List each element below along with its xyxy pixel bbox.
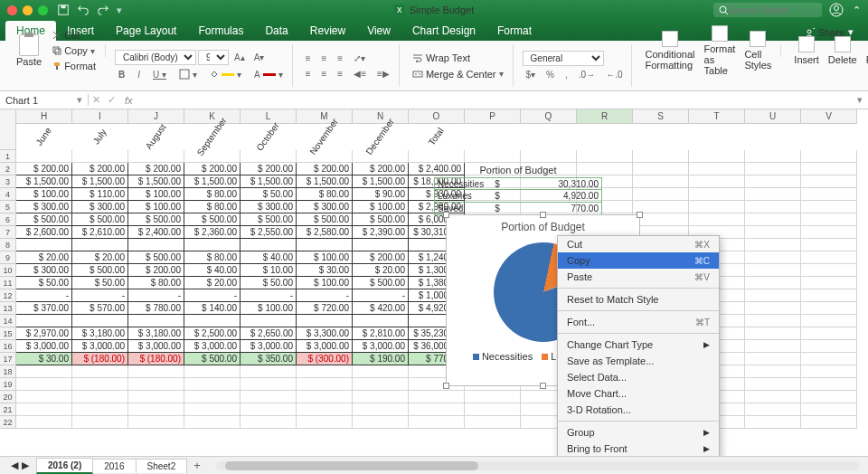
row-header-7[interactable]: 7 [0, 226, 16, 239]
italic-button[interactable]: I [134, 68, 144, 81]
tab-format[interactable]: Format [486, 21, 542, 41]
cell[interactable] [689, 213, 745, 226]
cell[interactable]: $ 2,970.00 [16, 327, 72, 340]
bold-button[interactable]: B [115, 68, 128, 81]
cell[interactable] [801, 289, 857, 302]
col-header-S[interactable]: S [633, 109, 689, 124]
add-sheet-button[interactable]: + [186, 459, 208, 472]
save-icon[interactable] [57, 4, 70, 16]
cell[interactable]: $ 90.00 [353, 188, 409, 201]
spreadsheet-grid[interactable]: HIJKLMNOPQRSTUV JuneJulyAugustSeptemberO… [0, 109, 868, 456]
cell[interactable] [745, 188, 801, 201]
cell[interactable]: $ 30.00 [16, 353, 72, 365]
cell[interactable]: $ 20.00 [16, 251, 72, 264]
cell[interactable]: $ 50.00 [241, 277, 297, 289]
cell[interactable] [801, 150, 857, 163]
cell[interactable] [633, 163, 689, 175]
format-cells-button[interactable]: Format [863, 34, 868, 67]
cell[interactable]: $ 80.00 [128, 277, 184, 289]
cell[interactable] [409, 150, 465, 163]
cell[interactable] [801, 264, 857, 277]
cell[interactable] [633, 175, 689, 188]
tab-formulas[interactable]: Formulas [187, 21, 254, 41]
cell[interactable] [465, 416, 521, 429]
align-center-button[interactable]: ≡ [318, 67, 331, 81]
cell[interactable] [128, 315, 184, 327]
format-painter-button[interactable]: Format [49, 59, 99, 73]
menu-item-change-chart-type[interactable]: Change Chart Type▶ [558, 337, 719, 353]
cell[interactable] [184, 315, 241, 327]
cell[interactable] [353, 150, 409, 163]
cell[interactable]: $ 500.00 [16, 213, 72, 226]
decrease-font-button[interactable]: A▾ [250, 50, 269, 65]
cell[interactable]: $ 1,500.00 [297, 175, 353, 188]
cell[interactable] [745, 340, 801, 353]
cell[interactable] [745, 175, 801, 188]
cell[interactable] [72, 315, 128, 327]
cell[interactable] [184, 365, 241, 378]
row-header-6[interactable]: 6 [0, 213, 16, 226]
cell[interactable] [72, 378, 128, 391]
resize-handle-ne[interactable] [637, 212, 643, 218]
currency-button[interactable]: $▾ [523, 68, 540, 81]
row-header-11[interactable]: 11 [0, 277, 16, 289]
cell[interactable]: $ 100.00 [241, 302, 297, 315]
search-box[interactable] [713, 3, 822, 17]
cell[interactable] [577, 150, 633, 163]
row-header-4[interactable]: 4 [0, 188, 16, 201]
cell[interactable] [465, 391, 521, 403]
cell[interactable] [128, 239, 184, 251]
cell[interactable] [689, 188, 745, 201]
cell[interactable]: $ 200.00 [353, 163, 409, 175]
cell[interactable] [297, 315, 353, 327]
formula-input[interactable] [138, 95, 852, 106]
cell[interactable]: $ 500.00 [184, 353, 241, 365]
comma-button[interactable]: , [561, 68, 571, 81]
sheet-tab-sheet2[interactable]: Sheet2 [136, 459, 188, 473]
cell[interactable] [801, 353, 857, 365]
cell[interactable] [745, 201, 801, 213]
cell[interactable] [521, 150, 577, 163]
cell[interactable] [297, 239, 353, 251]
fx-cancel-icon[interactable]: ✕ [89, 94, 104, 106]
cell[interactable] [353, 365, 409, 378]
cell[interactable] [72, 150, 128, 163]
cell[interactable]: $ (180.00) [128, 353, 184, 365]
cell[interactable] [16, 239, 72, 251]
cell[interactable] [241, 150, 297, 163]
cell[interactable] [801, 175, 857, 188]
cell[interactable] [409, 391, 465, 403]
cell[interactable] [128, 403, 184, 416]
cell[interactable]: $ 500.00 [128, 213, 184, 226]
cell[interactable]: $ 1,500.00 [184, 175, 241, 188]
cell[interactable] [801, 201, 857, 213]
cell[interactable]: $ 420.00 [353, 302, 409, 315]
resize-handle-sw[interactable] [443, 383, 449, 389]
cell[interactable] [16, 391, 72, 403]
cell[interactable] [184, 403, 241, 416]
horizontal-scrollbar[interactable] [216, 461, 859, 470]
cell[interactable]: - [16, 289, 72, 302]
cell[interactable]: $ 350.00 [241, 353, 297, 365]
cell[interactable] [633, 150, 689, 163]
cell[interactable]: $ 3,000.00 [184, 340, 241, 353]
menu-item-group[interactable]: Group▶ [558, 424, 719, 441]
cell[interactable]: $ 10.00 [241, 264, 297, 277]
cell[interactable]: $ 100.00 [297, 251, 353, 264]
cell[interactable] [184, 239, 241, 251]
cell[interactable]: $ 200.00 [353, 251, 409, 264]
row-header-9[interactable]: 9 [0, 251, 16, 264]
cell[interactable]: $ 500.00 [241, 213, 297, 226]
cell[interactable]: $ 2,390.00 [353, 226, 409, 239]
border-button[interactable]: ▾ [175, 67, 201, 81]
cell[interactable]: $ 3,000.00 [241, 340, 297, 353]
cell[interactable] [353, 315, 409, 327]
cell[interactable]: $ 2,400.00 [128, 226, 184, 239]
cell[interactable] [801, 365, 857, 378]
title-chevron-icon[interactable]: ⌃ [853, 5, 861, 16]
cell[interactable]: $ 50.00 [16, 277, 72, 289]
dec-decimal-button[interactable]: ←.0 [602, 68, 626, 81]
cell[interactable]: $ 100.00 [16, 188, 72, 201]
select-all-corner[interactable] [0, 109, 16, 150]
cell[interactable] [801, 251, 857, 264]
